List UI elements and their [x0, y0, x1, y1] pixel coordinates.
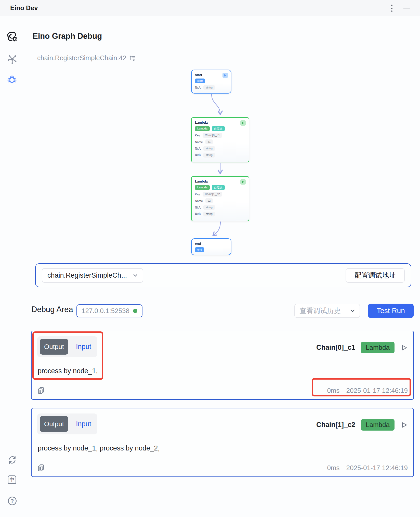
result-duration: 0ms [327, 464, 339, 472]
graph-selector-panel: chain.RegisterSimpleCh... 配置调试地址 [35, 263, 411, 287]
debug-address: 127.0.0.1:52538 [82, 307, 129, 315]
graph-node-lambda2[interactable]: Lambda Lambda 自定义 KeyChain[1]_c2 Namec2 … [191, 176, 249, 221]
result-card-chain1: Output Input Chain[1]_c2 Lambda process … [31, 408, 414, 477]
node-type-chip: end [195, 247, 204, 252]
status-dot-icon [133, 309, 137, 313]
tab-input[interactable]: Input [76, 343, 91, 351]
node-custom-chip: 自定义 [212, 126, 225, 131]
node-title: Lambda [195, 179, 245, 183]
sort-lines-icon[interactable] [129, 55, 136, 61]
node-run-icon[interactable] [240, 179, 246, 185]
node-row-label: 输入 [195, 86, 201, 89]
result-node-type-badge: Lambda [361, 419, 395, 431]
node-custom-chip: 自定义 [212, 185, 225, 190]
panel-splitter[interactable] [29, 295, 415, 295]
debug-bug-icon[interactable] [7, 74, 17, 84]
language-toggle-icon[interactable]: 中 [8, 475, 16, 484]
graph-node-start[interactable]: start start 输入 string [191, 70, 231, 94]
test-run-button[interactable]: Test Run [368, 304, 414, 318]
debug-area-title: Debug Area [31, 305, 73, 314]
node-run-icon[interactable] [222, 73, 228, 78]
graph-node-lambda1[interactable]: Lambda Lambda 自定义 KeyChain[0]_c1 Namec1 … [191, 117, 249, 162]
help-icon[interactable]: ? [8, 497, 17, 505]
copy-icon[interactable] [37, 464, 45, 472]
node-run-icon[interactable] [240, 120, 246, 126]
graph-node-end[interactable]: end end [191, 238, 231, 255]
node-title: Lambda [195, 121, 245, 124]
debug-address-badge: 127.0.0.1:52538 [76, 304, 142, 317]
configure-debug-address-button[interactable]: 配置调试地址 [346, 268, 405, 283]
chevron-down-icon [350, 309, 355, 313]
app-title: Eino Dev [10, 4, 38, 12]
eino-logo-icon [6, 30, 18, 43]
window-titlebar: Eino Dev [0, 0, 420, 16]
node-type-chip: start [195, 79, 205, 83]
result-node-key: Chain[1]_c2 [316, 421, 355, 429]
copy-icon[interactable] [37, 386, 45, 395]
node-type-chip: Lambda [195, 185, 210, 190]
result-node-type-badge: Lambda [361, 342, 395, 353]
output-input-tabgroup: Output Input [37, 336, 97, 357]
result-timestamp: 2025-01-17 12:46:19 [346, 464, 408, 472]
kebab-menu-icon[interactable] [390, 5, 393, 12]
play-icon[interactable] [400, 344, 408, 352]
graph-network-icon[interactable] [7, 54, 17, 64]
breadcrumb-chain-name: chain.RegisterSimpleChain:42 [37, 54, 126, 62]
debug-history-placeholder: 查看调试历史 [299, 306, 341, 315]
output-input-tabgroup: Output Input [37, 413, 97, 434]
node-type-chip: Lambda [195, 126, 210, 131]
result-node-key: Chain[0]_c1 [316, 344, 355, 352]
result-duration: 0ms [327, 387, 339, 395]
debug-history-dropdown[interactable]: 查看调试历史 [294, 304, 360, 318]
minimize-icon[interactable] [403, 8, 410, 8]
tab-input[interactable]: Input [76, 420, 91, 428]
tab-output[interactable]: Output [40, 416, 68, 432]
tab-output[interactable]: Output [40, 339, 68, 355]
result-card-chain0: Output Input Chain[0]_c1 Lambda process … [31, 331, 414, 400]
refresh-icon[interactable] [8, 455, 17, 464]
chevron-down-icon [133, 274, 138, 277]
page-title: Eino Graph Debug [33, 32, 102, 41]
node-title: end [195, 242, 228, 245]
result-output-text: process by node_1, process by node_2, [38, 444, 160, 452]
result-timestamp: 2025-01-17 12:46:19 [346, 387, 408, 395]
play-icon[interactable] [400, 421, 408, 429]
graph-select-value: chain.RegisterSimpleCh... [47, 272, 127, 279]
node-row-value: string [203, 85, 215, 90]
graph-select-dropdown[interactable]: chain.RegisterSimpleCh... [42, 268, 143, 283]
result-output-text: process by node_1, [38, 367, 98, 375]
